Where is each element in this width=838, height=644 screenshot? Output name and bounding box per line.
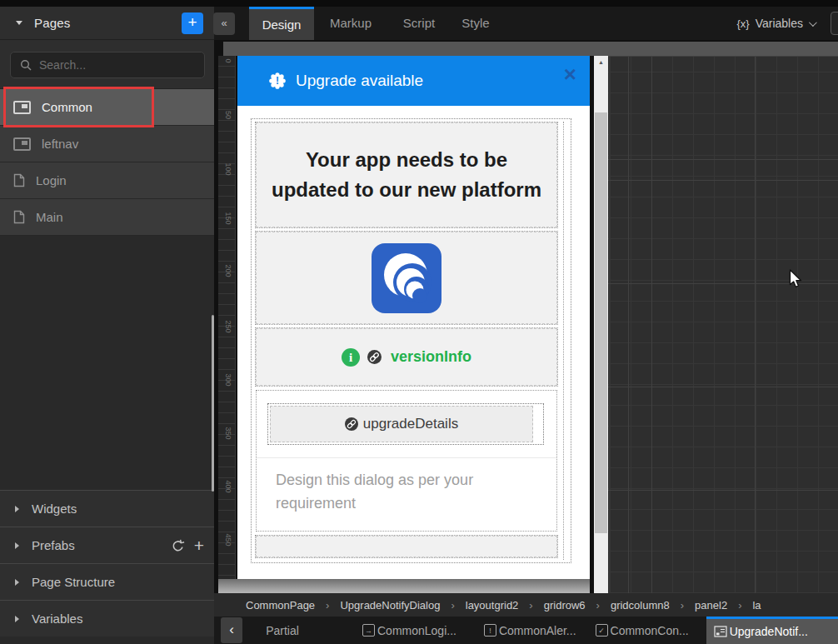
breadcrumb-separator-icon: › [681,599,684,612]
upgrade-details-label: upgradeDetails [363,416,458,432]
breadcrumb-item[interactable]: CommonPage [246,599,315,612]
refresh-icon[interactable] [171,539,185,553]
section-page-structure[interactable]: Page Structure [0,563,214,600]
expand-caret-icon [15,506,19,512]
partial-icon [13,101,31,114]
page-search-box [10,52,205,78]
wavemaker-logo-icon [372,243,441,313]
tab-common-alert[interactable]: ! CommonAler... [484,617,576,644]
breadcrumb-separator-icon: › [529,599,532,612]
version-info-widget[interactable]: i versionInfo [256,328,557,386]
pages-sidebar: Pages + Common leftnav Login Main [0,0,214,644]
ruler-label: 250 [222,318,232,336]
tab-partial[interactable]: Partial [264,617,301,644]
breadcrumb-separator-icon: › [326,599,329,612]
ruler-label: 350 [222,425,232,442]
ruler-label: 100 [222,161,232,178]
tab-upgrade-notify[interactable]: UpgradeNotif... [706,617,838,644]
section-widgets[interactable]: Widgets [0,490,214,527]
badge-alert-icon: ! [269,72,286,89]
section-prefabs[interactable]: Prefabs + [0,527,214,563]
bind-link-icon [345,417,358,431]
breadcrumb-item[interactable]: gridrow6 [544,599,586,612]
dialog-form-icon [714,626,727,637]
login-dialog-icon: → [362,624,375,637]
vertical-ruler: 0 50 100 150 200 250 300 350 400 450 [218,56,236,593]
empty-grid-cell[interactable] [256,536,557,557]
ruler-label: 300 [222,372,232,389]
info-icon: i [342,348,360,367]
bind-link-icon [367,350,382,364]
page-file-icon [13,210,25,224]
logo-picture-widget[interactable] [256,232,557,324]
page-list: Common leftnav Login Main [0,89,214,236]
breadcrumb-item[interactable]: layoutgrid2 [466,599,519,612]
details-panel-widget[interactable]: upgradeDetails Design this dialog as per… [256,390,557,532]
add-page-button[interactable]: + [182,12,203,34]
breadcrumb-separator-icon: › [596,599,600,612]
dialog-title: Upgrade available [296,72,423,90]
expand-caret-icon [15,542,19,549]
panel-divider [257,457,556,458]
page-item-common[interactable]: Common [0,89,214,126]
variables-dropdown[interactable]: {x} Variables [736,7,815,40]
ruler-label: 450 [222,532,232,549]
dialog-header[interactable]: ! Upgrade available × [237,56,590,106]
breadcrumb-separator-icon: › [451,599,454,612]
sidebar-collapse-button[interactable]: « [213,12,235,35]
clipped-toolbar-button[interactable] [831,12,838,35]
page-bottom-margin [218,579,590,593]
section-variables[interactable]: Variables [0,600,214,637]
ruler-label: 200 [222,262,232,280]
helper-text[interactable]: Design this dialog as per your requireme… [276,468,537,515]
scroll-up-arrow-icon[interactable]: ▲ [594,56,608,67]
tab-script[interactable]: Script [396,7,442,40]
dialog-close-icon[interactable]: × [564,63,576,85]
svg-text:!: ! [276,75,279,87]
variables-x-icon: {x} [736,17,749,30]
dialog-design-page: ! Upgrade available × Your app needs to … [237,56,590,579]
breadcrumb-item[interactable]: gridcolumn8 [611,599,670,612]
page-file-icon [13,173,25,187]
canvas-grid [608,56,838,593]
tabbar-back-button[interactable]: ‹ [221,617,242,643]
artifact-tabbar: ‹ Partial → CommonLogi... ! CommonAler..… [214,617,838,644]
tab-markup[interactable]: Markup [321,7,381,40]
upgrade-details-button[interactable]: upgradeDetails [270,406,533,442]
ruler-label: 150 [222,210,232,227]
breadcrumb-item[interactable]: la [752,599,761,612]
heading-label-widget[interactable]: Your app needs to be updated to our new … [256,122,557,227]
sidebar-scrollbar-thumb[interactable] [212,315,214,492]
expand-caret-icon [15,579,19,586]
canvas-top-ruler-band [223,42,838,56]
chevron-down-icon [809,18,817,27]
ruler-label: 0 [222,52,232,70]
sidebar-sections: Widgets Prefabs + Page Structure Variabl… [0,490,214,637]
expand-caret-icon [15,616,19,622]
heading-text: Your app needs to be updated to our new … [269,145,544,205]
tab-common-confirm[interactable]: ✓ CommonCon... [596,617,689,644]
pages-title: Pages [34,16,71,30]
tab-common-login[interactable]: → CommonLogi... [362,617,456,644]
breadcrumb-item[interactable]: panel2 [695,599,727,612]
page-item-leftnav[interactable]: leftnav [0,126,214,162]
partial-icon [13,137,31,151]
dialog-content-outline: Your app needs to be updated to our new … [251,118,571,563]
tab-style[interactable]: Style [456,7,496,40]
breadcrumb-separator-icon: › [738,599,741,612]
window-top-strip [0,0,838,7]
page-item-main[interactable]: Main [0,199,214,236]
tab-design[interactable]: Design [249,7,314,40]
scrollbar-thumb[interactable] [595,112,607,533]
search-icon [20,59,32,71]
breadcrumb-item[interactable]: UpgradeNotifyDialog [340,599,440,612]
widget-breadcrumb: CommonPage › UpgradeNotifyDialog › layou… [214,593,838,617]
version-info-label: versionInfo [391,348,471,366]
page-vertical-scrollbar[interactable]: ▲ [594,56,608,593]
page-search-input[interactable] [39,58,189,72]
alert-dialog-icon: ! [484,624,496,637]
page-item-login[interactable]: Login [0,162,214,199]
ruler-label: 50 [222,107,232,124]
confirm-dialog-icon: ✓ [596,624,608,637]
add-prefab-icon[interactable]: + [194,537,204,554]
